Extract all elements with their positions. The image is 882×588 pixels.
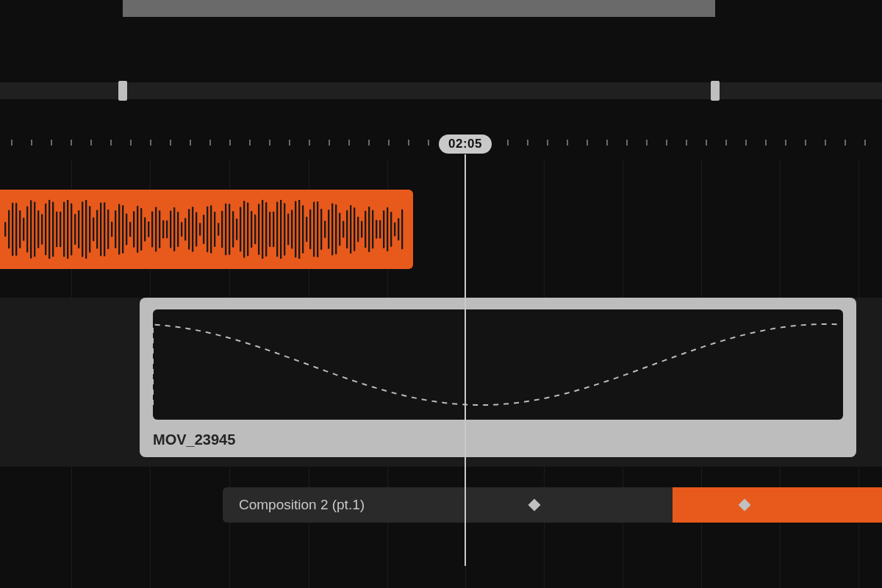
svg-rect-10 (41, 214, 43, 245)
svg-rect-37 (140, 208, 142, 251)
svg-rect-56 (210, 205, 212, 253)
svg-rect-71 (265, 202, 267, 257)
svg-rect-50 (188, 209, 190, 250)
svg-rect-97 (361, 221, 362, 238)
svg-rect-38 (144, 218, 146, 242)
svg-rect-74 (276, 201, 278, 257)
svg-rect-4 (19, 210, 21, 248)
svg-rect-20 (78, 210, 79, 248)
svg-rect-76 (284, 203, 285, 255)
svg-rect-14 (56, 212, 57, 248)
svg-rect-65 (243, 201, 245, 258)
svg-rect-85 (317, 201, 318, 257)
svg-rect-36 (137, 206, 138, 253)
svg-rect-92 (343, 221, 344, 238)
svg-rect-34 (129, 222, 131, 237)
svg-rect-67 (251, 211, 252, 248)
svg-rect-80 (298, 200, 300, 259)
svg-rect-81 (302, 205, 304, 253)
video-clip[interactable]: MOV_23945 (140, 298, 856, 457)
svg-rect-104 (387, 207, 388, 251)
svg-rect-107 (398, 218, 399, 240)
svg-rect-61 (229, 204, 230, 255)
svg-rect-41 (155, 207, 157, 252)
playhead-line[interactable] (465, 154, 466, 566)
overview-handle-left[interactable] (118, 81, 127, 101)
svg-rect-79 (295, 201, 296, 258)
svg-rect-51 (192, 207, 193, 252)
svg-rect-62 (232, 211, 234, 247)
svg-rect-96 (357, 217, 359, 242)
svg-rect-106 (394, 222, 395, 236)
svg-rect-47 (177, 212, 179, 247)
svg-rect-9 (37, 210, 39, 248)
svg-rect-35 (133, 211, 135, 248)
svg-rect-54 (203, 215, 204, 244)
playhead-time-badge[interactable]: 02:05 (439, 135, 492, 154)
svg-rect-27 (104, 202, 105, 257)
svg-rect-2 (12, 203, 13, 257)
svg-rect-11 (45, 204, 46, 256)
svg-rect-69 (258, 204, 259, 255)
svg-rect-100 (372, 210, 373, 248)
video-preview (153, 309, 843, 420)
svg-rect-78 (291, 209, 293, 248)
svg-rect-42 (159, 210, 160, 248)
svg-rect-5 (23, 218, 24, 241)
svg-rect-99 (368, 207, 370, 252)
timeline-canvas: MOV_23945 Composition 2 (pt.1) 02:05 (0, 0, 882, 588)
svg-rect-59 (221, 211, 223, 248)
svg-rect-21 (82, 201, 83, 257)
svg-rect-86 (320, 209, 322, 250)
svg-rect-63 (236, 218, 237, 240)
svg-rect-58 (218, 223, 219, 236)
svg-rect-48 (181, 222, 182, 237)
svg-rect-6 (26, 207, 28, 253)
svg-rect-77 (287, 214, 289, 245)
svg-rect-98 (365, 211, 366, 248)
svg-rect-44 (166, 220, 168, 239)
svg-rect-29 (111, 221, 112, 237)
svg-rect-22 (85, 200, 87, 259)
svg-rect-12 (49, 200, 50, 259)
overview-selection[interactable] (123, 0, 715, 17)
svg-rect-102 (379, 220, 381, 238)
svg-rect-39 (148, 221, 149, 237)
overview-bar[interactable] (0, 82, 882, 99)
svg-rect-87 (324, 220, 326, 237)
svg-rect-75 (280, 200, 282, 259)
svg-rect-68 (254, 215, 256, 244)
svg-rect-90 (335, 204, 337, 254)
composition-clip-segment[interactable] (673, 487, 882, 523)
svg-rect-8 (34, 202, 35, 257)
svg-rect-64 (240, 207, 241, 252)
svg-rect-66 (247, 202, 248, 256)
svg-rect-83 (309, 209, 311, 250)
svg-rect-0 (4, 222, 6, 237)
svg-rect-28 (107, 209, 109, 249)
svg-rect-19 (74, 214, 76, 245)
svg-rect-17 (67, 200, 68, 259)
svg-rect-70 (262, 200, 263, 259)
svg-rect-57 (214, 212, 215, 247)
svg-rect-93 (346, 210, 348, 248)
svg-rect-7 (30, 200, 32, 258)
waveform-icon (4, 200, 404, 259)
svg-rect-26 (100, 202, 101, 256)
audio-clip[interactable] (0, 190, 413, 269)
svg-rect-43 (162, 220, 164, 239)
svg-rect-46 (173, 207, 175, 251)
svg-rect-1 (8, 210, 10, 249)
svg-rect-23 (89, 206, 90, 253)
composition-clip-label: Composition 2 (pt.1) (239, 497, 365, 513)
svg-rect-52 (196, 212, 197, 247)
svg-rect-53 (199, 223, 201, 236)
svg-rect-60 (225, 204, 226, 255)
svg-rect-49 (184, 218, 186, 241)
overview-handle-right[interactable] (711, 81, 720, 101)
svg-rect-101 (376, 220, 377, 238)
svg-rect-55 (207, 207, 208, 252)
svg-rect-105 (390, 212, 392, 247)
playhead-time-label: 02:05 (448, 137, 482, 151)
svg-rect-103 (383, 210, 384, 248)
